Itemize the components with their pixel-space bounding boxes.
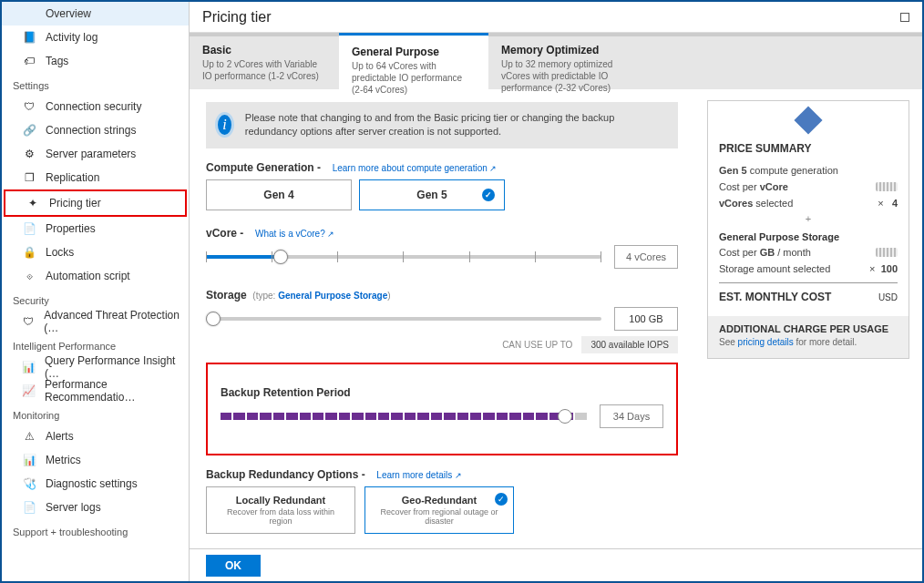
sidebar-item-server-parameters[interactable]: ⚙Server parameters: [2, 142, 189, 166]
pricing-details-link[interactable]: pricing details: [738, 337, 794, 347]
maximize-icon[interactable]: [900, 13, 909, 22]
main-panel: Pricing tier Basic Up to 2 vCores with V…: [190, 2, 922, 581]
graph-icon: 📈: [22, 384, 36, 398]
redundancy-label: Backup Redundancy Options - Learn more d…: [206, 468, 678, 481]
geo-redundant-option[interactable]: ✓ Geo-Redundant Recover from regional ou…: [364, 486, 514, 534]
sidebar-item-activity-log[interactable]: 📘Activity log: [2, 26, 189, 49]
database-icon: [794, 106, 822, 134]
storage-label: Storage (type: General Purpose Storage): [206, 289, 678, 302]
sidebar-item-perf-recommend[interactable]: 📈Performance Recommendatio…: [2, 379, 189, 403]
storage-type-link[interactable]: General Purpose Storage: [278, 291, 387, 301]
tag-icon: 🏷: [22, 54, 36, 68]
sidebar-group-settings: Settings: [2, 73, 189, 95]
gen5-option[interactable]: Gen 5 ✓: [359, 179, 505, 210]
info-banner: i Please note that changing to and from …: [206, 102, 678, 148]
log-icon: 📘: [22, 30, 36, 45]
tier-tab-basic[interactable]: Basic Up to 2 vCores with Variable IO pe…: [190, 36, 339, 89]
sidebar-item-tags[interactable]: 🏷Tags: [2, 49, 189, 73]
sidebar-group-support: Support + troubleshooting: [2, 519, 189, 541]
sidebar-item-overview[interactable]: Overview: [2, 2, 189, 26]
vcore-value: 4 vCores: [614, 245, 678, 269]
iops-value: 300 available IOPS: [581, 336, 678, 353]
sidebar-group-intelligent: Intelligent Performance: [2, 333, 189, 355]
storage-slider[interactable]: [206, 310, 601, 328]
tier-tabs: Basic Up to 2 vCores with Variable IO pe…: [190, 33, 922, 89]
sidebar: Overview 📘Activity log 🏷Tags Settings 🛡C…: [2, 2, 190, 581]
cost-gb-blur: [876, 248, 898, 257]
shield-icon: 🛡: [22, 314, 35, 329]
sidebar-item-pricing-tier[interactable]: ✦Pricing tier: [5, 191, 185, 215]
sidebar-item-server-logs[interactable]: 📄Server logs: [2, 496, 189, 519]
logs-icon: 📄: [22, 500, 36, 515]
retention-slider[interactable]: [221, 413, 587, 420]
vcore-slider[interactable]: [206, 248, 601, 266]
vcore-label: vCore - What is a vCore?: [206, 227, 678, 240]
ok-button[interactable]: OK: [206, 555, 261, 577]
page-title: Pricing tier: [202, 9, 272, 26]
price-summary-panel: PRICE SUMMARY Gen 5 compute generation C…: [707, 100, 909, 359]
lock-icon: 🔒: [22, 245, 36, 260]
vcore-link[interactable]: What is a vCore?: [255, 229, 334, 239]
properties-icon: 📄: [22, 221, 36, 236]
gear-icon: ⚙: [22, 147, 36, 161]
additional-charge-title: ADDITIONAL CHARGE PER USAGE: [719, 323, 898, 334]
sidebar-item-replication[interactable]: ❐Replication: [2, 166, 189, 189]
metrics-icon: 📊: [22, 453, 36, 467]
redundancy-link[interactable]: Learn more details: [376, 470, 461, 480]
info-text: Please note that changing to and from th…: [245, 111, 669, 139]
iops-prefix: CAN USE UP TO: [493, 336, 581, 353]
sidebar-item-alerts[interactable]: ⚠Alerts: [2, 424, 189, 448]
replication-icon: ❐: [22, 170, 36, 185]
info-icon: i: [215, 112, 234, 138]
chart-icon: 📊: [22, 360, 36, 374]
sidebar-item-query-perf[interactable]: 📊Query Performance Insight (…: [2, 355, 189, 379]
sidebar-item-automation-script[interactable]: ⟐Automation script: [2, 264, 189, 288]
link-icon: 🔗: [22, 123, 36, 138]
price-summary-title: PRICE SUMMARY: [719, 142, 898, 155]
storage-value[interactable]: 100 GB: [614, 307, 678, 331]
sidebar-item-advanced-threat[interactable]: 🛡Advanced Threat Protection (…: [2, 310, 189, 333]
alert-icon: ⚠: [22, 429, 36, 444]
highlight-pricing-tier: ✦Pricing tier: [4, 189, 187, 217]
sidebar-item-connection-strings[interactable]: 🔗Connection strings: [2, 118, 189, 142]
sidebar-group-security: Security: [2, 288, 189, 310]
sidebar-item-locks[interactable]: 🔒Locks: [2, 240, 189, 264]
retention-value: 34 Days: [600, 404, 663, 428]
overview-icon: [22, 6, 36, 21]
main-header: Pricing tier: [190, 2, 922, 33]
compute-gen-label: Compute Generation - Learn more about co…: [206, 161, 678, 174]
retention-label: Backup Retention Period: [221, 386, 663, 399]
locally-redundant-option[interactable]: Locally Redundant Recover from data loss…: [206, 486, 355, 534]
check-icon: ✓: [495, 493, 508, 506]
script-icon: ⟐: [22, 269, 36, 283]
sidebar-item-diagnostic[interactable]: 🩺Diagnostic settings: [2, 472, 189, 496]
sidebar-group-monitoring: Monitoring: [2, 403, 189, 424]
sidebar-item-properties[interactable]: 📄Properties: [2, 217, 189, 240]
tier-tab-memory[interactable]: Memory Optimized Up to 32 memory optimiz…: [488, 36, 638, 89]
shield-icon: 🛡: [22, 99, 36, 114]
sidebar-item-connection-security[interactable]: 🛡Connection security: [2, 95, 189, 118]
check-icon: ✓: [482, 189, 495, 201]
sidebar-item-metrics[interactable]: 📊Metrics: [2, 448, 189, 472]
gen4-option[interactable]: Gen 4: [206, 179, 352, 210]
tier-tab-general[interactable]: General Purpose Up to 64 vCores with pre…: [339, 33, 488, 89]
compute-gen-link[interactable]: Learn more about compute generation: [333, 163, 498, 173]
highlight-retention: Backup Retention Period 34 Days: [206, 363, 678, 455]
cost-vcore-blur: [876, 182, 898, 191]
diagnostic-icon: 🩺: [22, 476, 36, 491]
pricing-icon: ✦: [26, 196, 40, 210]
